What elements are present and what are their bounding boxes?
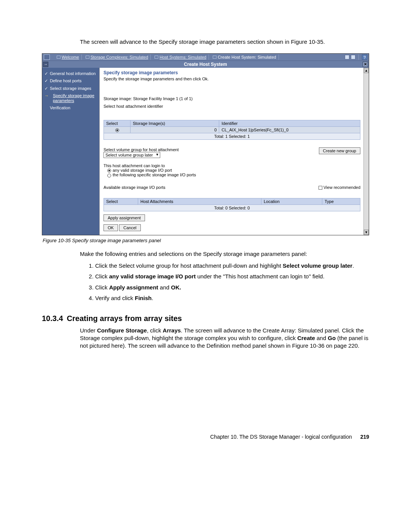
help-icon[interactable]: ? bbox=[362, 54, 367, 60]
section-title: Creating arrays from array sites bbox=[67, 314, 182, 323]
section-paragraph: Under Configure Storage, click Arrays. T… bbox=[80, 327, 369, 350]
figure-caption: Figure 10-35 Specify storage image param… bbox=[43, 238, 369, 243]
panel-subheading: Specify the storage image parameters and… bbox=[104, 77, 360, 81]
row-images-count: 0 bbox=[131, 127, 219, 133]
tab-welcome[interactable]: Welcome bbox=[54, 54, 82, 60]
login-option-any-label: any valid storage image I/O port bbox=[113, 168, 172, 173]
cancel-button[interactable]: Cancel bbox=[119, 224, 140, 231]
scrollbar[interactable]: ▲ ▼ bbox=[363, 68, 369, 235]
panel-heading: Specify storage image parameters bbox=[104, 70, 360, 75]
available-ports-label: Available storage image I/O ports bbox=[104, 185, 165, 190]
scroll-up-icon[interactable]: ▲ bbox=[364, 68, 369, 73]
step-specify-params[interactable]: Specify storage image parameters bbox=[42, 92, 99, 104]
row-identifier: CL_AIX_Host 1|pSeries|Fc_Sfi(1)_0 bbox=[219, 127, 360, 133]
footer-chapter-label: Chapter 10. The DS Storage Manager - log… bbox=[210, 434, 352, 440]
storage-image-label: Storage image: Storage Facility Image 1 … bbox=[104, 96, 360, 101]
scroll-down-icon[interactable]: ▼ bbox=[364, 230, 369, 235]
col-select: Select bbox=[104, 120, 131, 127]
step-general-host[interactable]: General host information bbox=[42, 70, 99, 77]
tab-icon bbox=[213, 56, 217, 59]
tab-host-systems[interactable]: Host Systems: Simulated bbox=[152, 54, 209, 60]
tab-storage-label: Storage Complexes: Simulated bbox=[91, 55, 148, 59]
expand-icon[interactable]: → bbox=[43, 62, 48, 67]
tab-icon bbox=[86, 56, 89, 59]
close-icon[interactable]: ✕ bbox=[363, 62, 368, 67]
login-option-specific-label: the following specific storage image I/O… bbox=[113, 173, 196, 177]
step-1: Click the Select volume group for host a… bbox=[95, 262, 369, 270]
step-3: Click Apply assignment and OK. bbox=[95, 283, 369, 292]
tab-host-label: Host Systems: Simulated bbox=[159, 55, 206, 59]
instructions-intro: Make the following entries and selection… bbox=[80, 250, 369, 258]
col2-type: Type bbox=[322, 198, 360, 204]
window-menu-icon[interactable] bbox=[44, 54, 50, 60]
panel-title-bar: → Create Host System ✕ bbox=[42, 61, 369, 68]
wizard-sidebar: General host information Define host por… bbox=[42, 68, 99, 235]
page-footer: Chapter 10. The DS Storage Manager - log… bbox=[42, 434, 369, 440]
col2-location: Location bbox=[261, 198, 322, 204]
section-heading: 10.3.4Creating arrays from array sites bbox=[42, 314, 369, 323]
step-verification[interactable]: Verification bbox=[42, 104, 99, 112]
row-radio[interactable] bbox=[104, 127, 131, 133]
tab-create-label: Create Host System: Simulated bbox=[218, 55, 276, 59]
col-identifier: Identifier bbox=[219, 120, 360, 127]
window-tabs-bar: Welcome Storage Complexes: Simulated Hos… bbox=[42, 54, 369, 61]
step-select-images[interactable]: Select storage images bbox=[42, 85, 99, 92]
steps-list: Click the Select volume group for host a… bbox=[88, 262, 369, 303]
step-2: Click any valid storage image I/O port u… bbox=[95, 272, 369, 281]
select-host-label: Select host attachment identifier bbox=[104, 104, 360, 109]
step-define-ports[interactable]: Define host ports bbox=[42, 77, 99, 85]
panel-title-label: Create Host System bbox=[184, 62, 227, 67]
ok-button[interactable]: OK bbox=[104, 224, 118, 231]
attachment-table: Select Storage Image(s) Identifier 0 CL_… bbox=[104, 120, 360, 133]
create-new-group-button[interactable]: Create new group bbox=[319, 147, 360, 154]
login-option-specific[interactable]: the following specific storage image I/O… bbox=[107, 173, 360, 177]
section-number: 10.3.4 bbox=[42, 314, 63, 323]
tab-storage-complexes[interactable]: Storage Complexes: Simulated bbox=[83, 54, 151, 60]
table-row[interactable]: 0 CL_AIX_Host 1|pSeries|Fc_Sfi(1)_0 bbox=[104, 127, 360, 133]
window-restore-icon[interactable] bbox=[345, 55, 349, 59]
main-panel: ▲ ▼ Specify storage image parameters Spe… bbox=[99, 68, 369, 235]
col-storage-images: Storage Image(s) bbox=[131, 120, 219, 127]
view-recommended-label: View recommended bbox=[323, 185, 360, 190]
volume-group-label: Select volume group for host attachment bbox=[104, 147, 179, 152]
tab-create-host[interactable]: Create Host System: Simulated bbox=[210, 54, 279, 60]
col2-select: Select bbox=[104, 198, 138, 204]
ports-table: Select Host Attachments Location Type bbox=[104, 198, 360, 205]
step-4: Verify and click Finish. bbox=[95, 294, 369, 303]
attachment-table-footer: Total: 1 Selected: 1 bbox=[104, 133, 360, 140]
login-option-any[interactable]: any valid storage image I/O port bbox=[107, 168, 360, 173]
exit-icon[interactable] bbox=[351, 55, 355, 59]
tab-icon bbox=[57, 56, 61, 59]
tab-welcome-label: Welcome bbox=[62, 55, 79, 59]
volume-group-select[interactable]: Select volume group later bbox=[104, 152, 160, 158]
login-section-label: This host attachment can login to bbox=[104, 163, 360, 168]
screenshot-figure: Welcome Storage Complexes: Simulated Hos… bbox=[42, 53, 369, 235]
intro-text: The screen will advance to the Specify s… bbox=[80, 38, 369, 46]
tab-icon bbox=[155, 56, 158, 59]
ports-table-footer: Total: 0 Selected: 0 bbox=[104, 205, 360, 211]
col2-host-attachments: Host Attachments bbox=[138, 198, 261, 204]
footer-page-number: 219 bbox=[360, 434, 369, 440]
view-recommended-checkbox[interactable]: View recommended bbox=[319, 185, 360, 190]
apply-assignment-button[interactable]: Apply assignment bbox=[104, 214, 145, 221]
